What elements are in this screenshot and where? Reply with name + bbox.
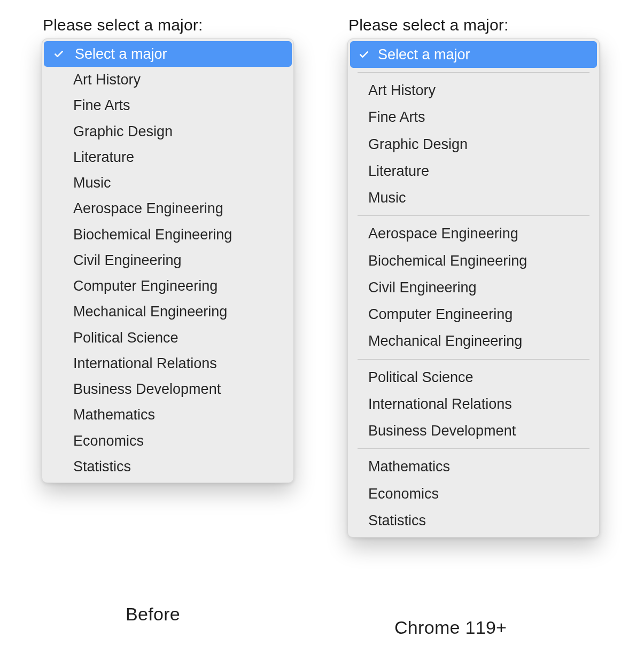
option-item[interactable]: Computer Engineering [348, 301, 599, 328]
option-item[interactable]: Political Science [42, 325, 293, 351]
option-label: Civil Engineering [73, 252, 182, 268]
option-label: Music [73, 175, 111, 191]
option-item[interactable]: Statistics [348, 507, 599, 534]
option-label: Statistics [368, 512, 426, 528]
option-item[interactable]: Art History [42, 67, 293, 92]
option-label: Business Development [368, 423, 516, 439]
select-menu-before[interactable]: Select a major Art HistoryFine ArtsGraph… [42, 38, 294, 483]
option-item[interactable]: International Relations [348, 391, 599, 417]
option-item[interactable]: Biochemical Engineering [42, 222, 293, 247]
option-label: Music [368, 190, 406, 206]
option-item[interactable]: Mechanical Engineering [42, 299, 293, 324]
prompt-label-after: Please select a major: [348, 16, 604, 34]
option-item[interactable]: Graphic Design [42, 119, 293, 144]
option-label: Economics [73, 433, 144, 449]
option-item[interactable]: Computer Engineering [42, 273, 293, 299]
option-item[interactable]: Political Science [348, 364, 599, 391]
option-label: Political Science [368, 369, 474, 385]
select-menu-after[interactable]: Select a major Art HistoryFine ArtsGraph… [347, 38, 600, 538]
option-label: Biochemical Engineering [73, 227, 232, 243]
option-label: Biochemical Engineering [368, 253, 527, 269]
option-item[interactable]: Civil Engineering [348, 274, 599, 301]
option-selected[interactable]: Select a major [44, 41, 292, 67]
option-item[interactable]: Fine Arts [42, 92, 293, 118]
option-item[interactable]: Fine Arts [348, 104, 599, 130]
option-label: Art History [368, 82, 436, 98]
option-label: Computer Engineering [73, 278, 218, 294]
option-label: International Relations [73, 355, 217, 371]
checkmark-icon [53, 49, 64, 59]
option-item[interactable]: International Relations [42, 351, 293, 376]
option-item[interactable]: Biochemical Engineering [348, 247, 599, 274]
option-item[interactable]: Mathematics [348, 453, 599, 480]
comparison-stage: Please select a major: Select a major Ar… [0, 0, 644, 653]
option-label: Economics [368, 486, 439, 502]
option-label: Graphic Design [73, 123, 173, 139]
caption-before: Before [126, 604, 180, 625]
option-label: Computer Engineering [368, 306, 513, 322]
option-label: Business Development [73, 381, 221, 397]
option-label: Literature [73, 149, 134, 165]
option-label: Aerospace Engineering [368, 226, 518, 242]
column-after: Please select a major: Select a major Ar… [347, 16, 604, 538]
option-label: Mathematics [368, 458, 450, 475]
group-separator [358, 215, 589, 216]
option-label: Select a major [378, 46, 470, 63]
option-item[interactable]: Literature [42, 144, 293, 170]
option-label: Fine Arts [368, 109, 425, 125]
option-item[interactable]: Music [42, 170, 293, 196]
option-item[interactable]: Business Development [42, 376, 293, 402]
option-label: Mechanical Engineering [73, 304, 227, 320]
option-item[interactable]: Economics [348, 480, 599, 507]
option-label: Art History [73, 72, 141, 88]
option-item[interactable]: Mechanical Engineering [348, 328, 599, 354]
option-label: Political Science [73, 330, 179, 346]
option-label: Mathematics [73, 407, 155, 423]
option-item[interactable]: Aerospace Engineering [348, 220, 599, 247]
option-item[interactable]: Graphic Design [348, 131, 599, 158]
option-item[interactable]: Business Development [348, 417, 599, 444]
option-label: Civil Engineering [368, 279, 477, 296]
option-label: Statistics [73, 458, 131, 475]
group-separator [358, 448, 589, 449]
option-item[interactable]: Economics [42, 428, 293, 454]
group-separator [358, 359, 589, 360]
option-label: Graphic Design [368, 136, 468, 152]
caption-after: Chrome 119+ [394, 617, 507, 638]
prompt-label-before: Please select a major: [43, 16, 298, 34]
option-item[interactable]: Statistics [42, 454, 293, 479]
option-item[interactable]: Art History [348, 77, 599, 104]
option-label: Mechanical Engineering [368, 333, 522, 349]
option-label: Fine Arts [73, 97, 130, 113]
group-separator [358, 72, 589, 73]
checkmark-icon [359, 49, 369, 60]
option-label: International Relations [368, 396, 512, 412]
option-item[interactable]: Mathematics [42, 402, 293, 427]
option-item[interactable]: Civil Engineering [42, 247, 293, 273]
option-item[interactable]: Literature [348, 158, 599, 184]
option-item[interactable]: Music [348, 184, 599, 211]
option-label: Aerospace Engineering [73, 200, 223, 216]
option-label: Literature [368, 163, 429, 179]
option-selected[interactable]: Select a major [350, 41, 597, 68]
option-item[interactable]: Aerospace Engineering [42, 196, 293, 221]
column-before: Please select a major: Select a major Ar… [42, 16, 298, 483]
option-label: Select a major [75, 46, 167, 62]
